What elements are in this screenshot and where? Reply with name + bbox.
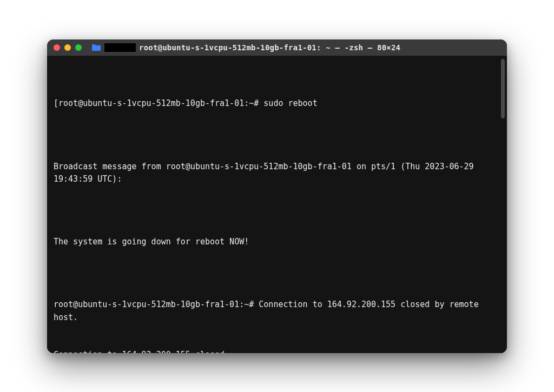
terminal-line: root@ubuntu-s-1vcpu-512mb-10gb-fra1-01:~…	[54, 298, 500, 324]
traffic-lights	[54, 44, 82, 51]
minimize-icon[interactable]	[64, 44, 71, 51]
close-icon[interactable]	[54, 44, 60, 51]
terminal-window: root@ubuntu-s-1vcpu-512mb-10gb-fra1-01: …	[47, 39, 507, 353]
titlebar: root@ubuntu-s-1vcpu-512mb-10gb-fra1-01: …	[47, 39, 507, 56]
window-title: root@ubuntu-s-1vcpu-512mb-10gb-fra1-01: …	[139, 43, 400, 52]
terminal-line: [root@ubuntu-s-1vcpu-512mb-10gb-fra1-01:…	[54, 97, 500, 110]
command-text: sudo reboot	[263, 98, 317, 108]
redacted-title-segment	[104, 43, 136, 52]
folder-icon	[91, 44, 101, 51]
terminal-line: Broadcast message from root@ubuntu-s-1vc…	[54, 161, 500, 186]
terminal-body[interactable]: [root@ubuntu-s-1vcpu-512mb-10gb-fra1-01:…	[47, 56, 507, 353]
maximize-icon[interactable]	[75, 44, 82, 51]
scrollbar[interactable]	[501, 59, 505, 118]
terminal-line: Connection to 164.92.200.155 closed.	[54, 349, 500, 353]
terminal-line: The system is going down for reboot NOW!	[54, 236, 500, 248]
prompt-text: [root@ubuntu-s-1vcpu-512mb-10gb-fra1-01:…	[54, 98, 263, 108]
